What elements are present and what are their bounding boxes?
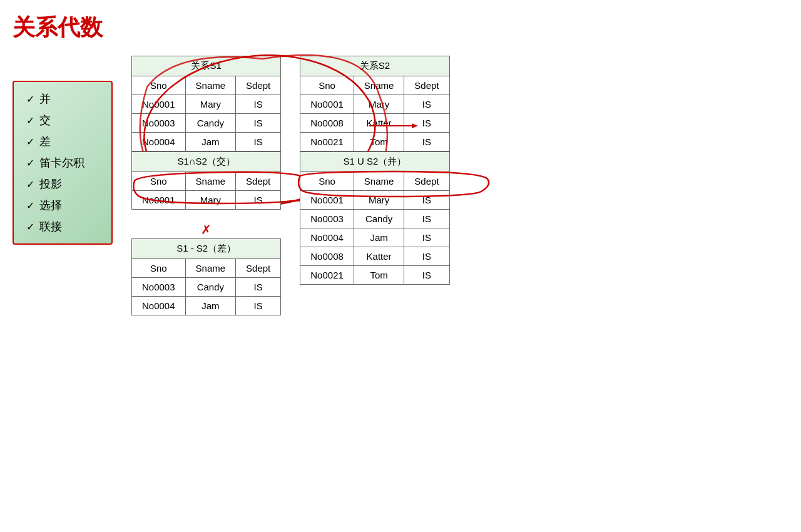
int-col-sname: Sname (185, 172, 236, 191)
s2-col-sdept: Sdept (404, 76, 449, 95)
table-row: No0008 Katter IS (300, 114, 449, 133)
cell: IS (404, 114, 449, 133)
cell: IS (236, 297, 281, 315)
diff-container: ✗ S1 - S2（差） Sno Sname Sdept (131, 222, 281, 315)
cell: IS (236, 278, 281, 297)
sidebar-item-join: ✓ 联接 (26, 219, 99, 234)
sidebar-label-selection: 选择 (39, 198, 62, 213)
cell: No0004 (132, 133, 186, 151)
table-row: No0001 Mary IS (300, 95, 449, 114)
page-title: 关系代数 (13, 13, 788, 43)
s1-col-sdept: Sdept (236, 76, 281, 95)
diff-col-sdept: Sdept (236, 259, 281, 278)
sidebar: ✓ 并 ✓ 交 ✓ 差 ✓ 笛卡尔积 ✓ 投影 ✓ 选择 ✓ 联接 (13, 81, 113, 245)
cell: IS (236, 191, 281, 210)
int-col-sno: Sno (132, 172, 186, 191)
cell: No0021 (300, 266, 354, 285)
cell: No0003 (300, 210, 354, 228)
cell: Candy (185, 278, 236, 297)
sidebar-item-cartesian: ✓ 笛卡尔积 (26, 155, 99, 170)
cell: Mary (354, 191, 404, 210)
table-union: S1 U S2（并） Sno Sname Sdept No0001 Mary I… (300, 151, 449, 285)
table-row: No0001 Mary IS (132, 191, 281, 210)
cell: IS (404, 191, 449, 210)
int-col-sdept: Sdept (236, 172, 281, 191)
cell: Mary (354, 95, 404, 114)
sidebar-label-intersect: 交 (39, 113, 51, 128)
cell: IS (236, 133, 281, 151)
check-icon: ✓ (26, 178, 34, 190)
cell: No0001 (300, 191, 354, 210)
table-s1-container: 关系S1 Sno Sname Sdept No0001 Mary (131, 56, 281, 151)
cell: No0004 (132, 297, 186, 315)
s1-col-sno: Sno (132, 76, 186, 95)
cell: IS (236, 95, 281, 114)
cell: Candy (185, 114, 236, 133)
cell: IS (404, 133, 449, 151)
sidebar-item-selection: ✓ 选择 (26, 198, 99, 213)
tables-area: 关系S1 Sno Sname Sdept No0001 Mary (131, 56, 788, 315)
table-diff: S1 - S2（差） Sno Sname Sdept No0003 Ca (131, 238, 281, 315)
cell: Mary (185, 191, 236, 210)
top-tables-wrapper: 关系S1 Sno Sname Sdept No0001 Mary (131, 56, 788, 151)
table-row: No0021 Tom IS (300, 133, 449, 151)
s2-col-sno: Sno (300, 76, 354, 95)
table-intersect: S1∩S2（交） Sno Sname Sdept No0001 Mary (131, 151, 281, 210)
cell: Jam (185, 133, 236, 151)
check-icon: ✓ (26, 93, 34, 105)
cell: No0003 (132, 278, 186, 297)
table-s2-container: 关系S2 Sno Sname Sdept No0001 Mary (300, 56, 449, 151)
cell: Katter (354, 247, 404, 266)
table-row: No0003 Candy IS (132, 114, 281, 133)
cell: Tom (354, 266, 404, 285)
sidebar-item-intersect: ✓ 交 (26, 113, 99, 128)
cell: Katter (354, 114, 404, 133)
cell: IS (236, 114, 281, 133)
cell: IS (404, 247, 449, 266)
union-container: S1 U S2（并） Sno Sname Sdept No0001 Mary I… (300, 151, 449, 285)
sidebar-label-cartesian: 笛卡尔积 (39, 155, 84, 170)
diff-arrow-mark: ✗ (131, 222, 281, 237)
table-union-title: S1 U S2（并） (300, 151, 449, 171)
table-row: No0001 Mary IS (300, 191, 449, 210)
sidebar-item-diff: ✓ 差 (26, 134, 99, 149)
union-col-sdept: Sdept (404, 172, 449, 191)
s2-col-sname: Sname (354, 76, 404, 95)
union-col-sno: Sno (300, 172, 354, 191)
cell: Tom (354, 133, 404, 151)
table-s2-title: 关系S2 (300, 56, 449, 76)
cell: Jam (354, 228, 404, 247)
cell: Jam (185, 297, 236, 315)
sidebar-label-join: 联接 (39, 219, 62, 234)
cell: IS (404, 266, 449, 285)
diff-col-sname: Sname (185, 259, 236, 278)
union-col-sname: Sname (354, 172, 404, 191)
cell: No0001 (132, 191, 186, 210)
bottom-left: S1∩S2（交） Sno Sname Sdept No0001 Mary (131, 151, 281, 315)
table-intersect-title: S1∩S2（交） (131, 151, 281, 171)
intersect-container: S1∩S2（交） Sno Sname Sdept No0001 Mary (131, 151, 281, 210)
check-icon: ✓ (26, 136, 34, 148)
table-row: No0021 Tom IS (300, 266, 449, 285)
cell: No0008 (300, 114, 354, 133)
sidebar-label-diff: 差 (39, 134, 51, 149)
cell: Candy (354, 210, 404, 228)
cell: No0004 (300, 228, 354, 247)
table-row: No0008 Katter IS (300, 247, 449, 266)
diff-col-sno: Sno (132, 259, 186, 278)
cell: Mary (185, 95, 236, 114)
table-row: No0004 Jam IS (132, 133, 281, 151)
check-icon: ✓ (26, 221, 34, 233)
cell: IS (404, 210, 449, 228)
table-s1: 关系S1 Sno Sname Sdept No0001 Mary (131, 56, 281, 151)
check-icon: ✓ (26, 157, 34, 169)
table-row: No0003 Candy IS (300, 210, 449, 228)
table-row: No0004 Jam IS (132, 297, 281, 315)
cell: IS (404, 228, 449, 247)
table-row: No0003 Candy IS (132, 278, 281, 297)
bottom-area: S1∩S2（交） Sno Sname Sdept No0001 Mary (131, 151, 788, 315)
sidebar-label-union: 并 (39, 91, 51, 106)
cell: No0001 (300, 95, 354, 114)
s1-col-sname: Sname (185, 76, 236, 95)
table-s1-title: 关系S1 (131, 56, 281, 76)
